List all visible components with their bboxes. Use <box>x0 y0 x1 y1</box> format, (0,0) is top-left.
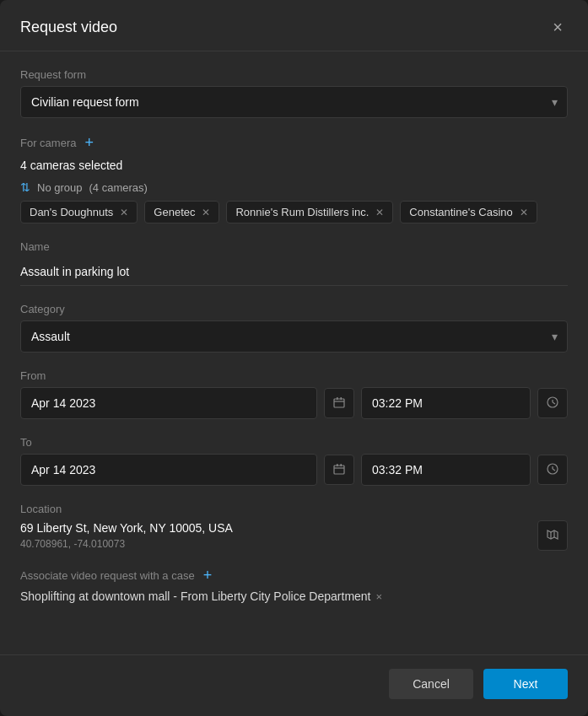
to-date-input[interactable] <box>20 454 317 486</box>
next-button[interactable]: Next <box>483 669 568 699</box>
from-clock-button[interactable] <box>537 388 568 418</box>
name-input[interactable] <box>20 258 568 286</box>
to-datetime-row <box>20 454 568 486</box>
modal-body: Request form Civilian request form ▾ For… <box>0 51 588 654</box>
location-field: Location 69 Liberty St, New York, NY 100… <box>20 503 568 551</box>
modal-footer: Cancel Next <box>0 654 588 716</box>
camera-tag: Constantine's Casino ✕ <box>400 201 537 223</box>
svg-marker-14 <box>548 530 558 539</box>
location-label: Location <box>20 503 568 515</box>
svg-line-13 <box>553 469 555 471</box>
category-field: Category Assault ▾ <box>20 303 568 353</box>
group-count: (4 cameras) <box>89 181 147 194</box>
remove-camera-2-button[interactable]: ✕ <box>375 207 384 218</box>
category-select-wrapper: Assault ▾ <box>20 320 568 353</box>
svg-rect-0 <box>334 399 344 407</box>
from-date-input[interactable] <box>20 387 317 419</box>
camera-group-header: ⇅ No group (4 cameras) <box>20 180 568 194</box>
to-clock-button[interactable] <box>537 455 568 485</box>
location-coords: 40.708961, -74.010073 <box>20 538 531 550</box>
map-button[interactable] <box>537 520 568 551</box>
location-row: 69 Liberty St, New York, NY 10005, USA 4… <box>20 520 568 551</box>
svg-rect-8 <box>337 464 338 466</box>
remove-case-button[interactable]: × <box>375 590 385 603</box>
name-label: Name <box>20 240 568 253</box>
to-calendar-button[interactable] <box>324 455 354 485</box>
request-form-select[interactable]: Civilian request form <box>20 86 568 118</box>
camera-group: ⇅ No group (4 cameras) Dan's Doughnuts ✕… <box>20 180 568 223</box>
camera-tag: Dan's Doughnuts ✕ <box>20 201 138 223</box>
group-name: No group <box>37 181 82 194</box>
cameras-header: For camera + <box>20 135 568 150</box>
from-calendar-button[interactable] <box>324 388 354 418</box>
location-text-wrapper: 69 Liberty St, New York, NY 10005, USA 4… <box>20 521 531 550</box>
svg-rect-9 <box>341 464 343 466</box>
request-form-field: Request form Civilian request form ▾ <box>20 68 568 118</box>
associate-section: Associate video request with a case + Sh… <box>20 568 568 603</box>
svg-line-6 <box>553 402 555 404</box>
svg-rect-7 <box>334 466 344 474</box>
clock-icon <box>547 463 558 476</box>
from-field: From <box>20 369 568 419</box>
camera-tag-label: Dan's Doughnuts <box>30 206 113 218</box>
camera-tag-label: Constantine's Casino <box>409 206 512 218</box>
remove-camera-1-button[interactable]: ✕ <box>202 207 210 218</box>
request-video-modal: Request video × Request form Civilian re… <box>0 0 588 716</box>
camera-tag: Genetec ✕ <box>144 201 219 223</box>
location-address: 69 Liberty St, New York, NY 10005, USA <box>20 521 531 535</box>
from-label: From <box>20 369 568 382</box>
remove-camera-3-button[interactable]: ✕ <box>520 207 528 218</box>
camera-tag-label: Genetec <box>154 206 195 218</box>
calendar-icon <box>333 396 345 410</box>
associate-header: Associate video request with a case + <box>20 568 568 583</box>
cameras-label: For camera <box>20 137 76 149</box>
calendar-icon <box>333 463 345 476</box>
camera-tag-label: Ronnie's Rum Distillers inc. <box>235 206 369 218</box>
request-form-select-wrapper: Civilian request form ▾ <box>20 86 568 118</box>
remove-camera-0-button[interactable]: ✕ <box>120 207 128 218</box>
case-tag: Shoplifting at downtown mall - From Libe… <box>20 589 568 603</box>
clock-icon <box>547 396 558 410</box>
to-time-input[interactable] <box>361 454 531 486</box>
add-camera-button[interactable]: + <box>83 135 95 150</box>
to-date-wrapper <box>20 454 317 486</box>
modal-header: Request video × <box>0 0 588 51</box>
associate-add-button[interactable]: + <box>202 568 214 583</box>
map-icon <box>547 529 558 542</box>
modal-title: Request video <box>20 19 117 36</box>
case-label: Shoplifting at downtown mall - From Libe… <box>20 589 371 603</box>
camera-tag: Ronnie's Rum Distillers inc. ✕ <box>226 201 393 223</box>
cancel-button[interactable]: Cancel <box>389 669 473 699</box>
to-label: To <box>20 436 568 449</box>
cameras-section: For camera + 4 cameras selected ⇅ No gro… <box>20 135 568 223</box>
request-form-label: Request form <box>20 68 568 81</box>
name-field: Name <box>20 240 568 286</box>
svg-rect-2 <box>341 397 343 400</box>
category-label: Category <box>20 303 568 315</box>
cameras-count: 4 cameras selected <box>20 159 568 172</box>
svg-rect-1 <box>337 397 338 400</box>
from-datetime-row <box>20 387 568 419</box>
from-time-input[interactable] <box>361 387 531 419</box>
sort-icon: ⇅ <box>20 180 30 194</box>
camera-tags: Dan's Doughnuts ✕ Genetec ✕ Ronnie's Rum… <box>20 201 568 223</box>
associate-label: Associate video request with a case <box>20 569 195 582</box>
close-button[interactable]: × <box>548 17 568 37</box>
from-date-wrapper <box>20 387 317 419</box>
category-select[interactable]: Assault <box>20 320 568 353</box>
to-field: To <box>20 436 568 486</box>
